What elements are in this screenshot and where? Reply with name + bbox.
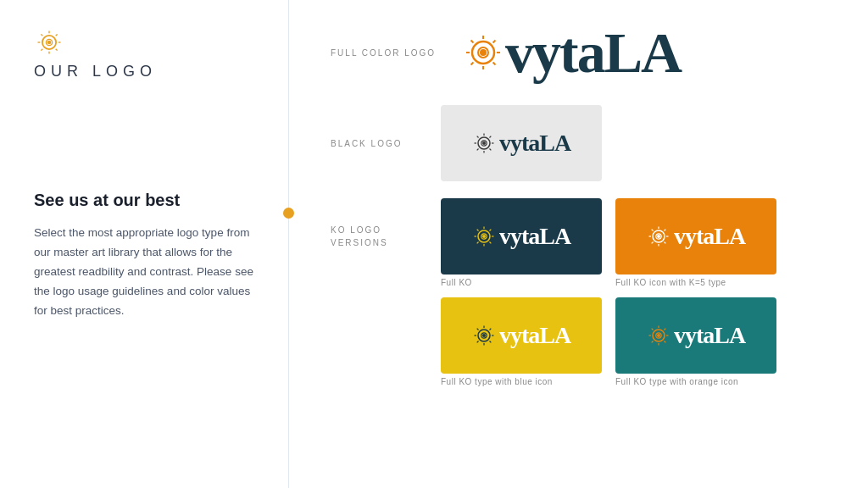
svg-line-61	[477, 329, 479, 330]
ko-teal-logo-box: vytaLA	[615, 297, 776, 374]
black-logo-icon	[472, 131, 496, 155]
right-panel: FULL COLOR LOGO vytaLA BLACK LOGO	[288, 0, 868, 488]
ko-teal-text: vytaLA	[674, 324, 745, 347]
black-logo-text: vytaLA	[499, 131, 570, 155]
svg-line-40	[489, 242, 491, 244]
svg-line-6	[41, 34, 42, 36]
full-color-icon	[461, 30, 505, 75]
svg-line-75	[652, 341, 654, 343]
ko-orange-logo-box: vytaLA	[615, 198, 776, 274]
ko-yellow-logo: vytaLA	[472, 324, 570, 347]
ko-row-1-labels: Full KO Full KO icon with K=5 type	[441, 278, 776, 287]
ko-logos-grid: vytaLA	[441, 198, 776, 396]
svg-line-63	[489, 329, 491, 330]
svg-line-31	[477, 149, 479, 151]
svg-line-51	[664, 242, 665, 244]
svg-point-43	[482, 235, 486, 238]
ko-teal-logo: vytaLA	[647, 324, 745, 347]
svg-line-62	[489, 341, 491, 343]
ko-full-logo-box: vytaLA	[441, 198, 602, 274]
ko-yellow-text: vytaLA	[499, 324, 570, 347]
left-panel: OUR LOGO See us at our best Select the m…	[0, 0, 288, 488]
svg-line-52	[664, 230, 665, 231]
svg-line-28	[477, 136, 479, 138]
full-color-label: FULL COLOR LOGO	[331, 47, 436, 59]
svg-line-7	[56, 49, 58, 51]
full-color-logo-text: vytaLA	[505, 24, 681, 81]
svg-line-41	[489, 230, 491, 231]
svg-line-74	[664, 329, 665, 330]
svg-line-64	[477, 341, 479, 343]
svg-line-73	[664, 341, 665, 343]
full-color-logo-row: FULL COLOR LOGO vytaLA	[331, 24, 834, 81]
ko-logo-row: KO LOGO VERSIONS	[331, 198, 834, 396]
ko-yellow-logo-box: vytaLA	[441, 297, 602, 374]
black-logo-row: BLACK LOGO vytaLA	[331, 105, 834, 181]
section-title: OUR LOGO	[34, 63, 254, 80]
ko-row-1: vytaLA	[441, 198, 776, 274]
ko-orange-text: vytaLA	[674, 225, 745, 248]
svg-point-54	[657, 235, 660, 238]
svg-line-19	[493, 41, 496, 43]
ko-orange-icon-label: Full KO type with orange icon	[615, 377, 776, 386]
svg-line-29	[489, 149, 491, 151]
ko-full-text: vytaLA	[499, 225, 570, 248]
section-heading: See us at our best	[34, 191, 254, 210]
svg-line-30	[489, 136, 491, 138]
black-logo-box: vytaLA	[441, 105, 602, 181]
black-logo-label: BLACK LOGO	[331, 137, 415, 150]
ko-k5-label: Full KO icon with K=5 type	[615, 278, 776, 287]
brand-icon	[34, 27, 64, 58]
ko-logo-label: KO LOGO VERSIONS	[331, 198, 415, 249]
svg-line-17	[471, 41, 474, 43]
full-color-logo: vytaLA	[461, 24, 681, 81]
ko-orange-logo: vytaLA	[647, 225, 745, 248]
ko-full-label: Full KO	[441, 278, 602, 287]
ko-full-icon	[472, 225, 496, 248]
svg-line-18	[493, 63, 496, 65]
svg-line-8	[56, 34, 58, 36]
svg-point-76	[657, 334, 660, 337]
svg-line-39	[477, 230, 479, 231]
svg-line-20	[471, 63, 474, 65]
svg-line-53	[652, 242, 654, 244]
ko-blue-icon-label: Full KO type with blue icon	[441, 377, 602, 386]
svg-point-32	[482, 141, 486, 145]
ko-teal-icon	[647, 324, 670, 347]
ko-row-2-labels: Full KO type with blue icon Full KO type…	[441, 377, 776, 386]
ko-yellow-icon	[472, 324, 496, 347]
divider-line	[288, 0, 289, 488]
ko-full-logo: vytaLA	[472, 225, 570, 248]
svg-point-10	[47, 41, 52, 45]
black-logo: vytaLA	[472, 131, 570, 155]
ko-orange-icon	[647, 225, 670, 248]
section-body: Select the most appropriate logo type fr…	[34, 224, 254, 321]
svg-line-50	[652, 230, 654, 231]
svg-line-9	[41, 49, 42, 51]
ko-row-2: vytaLA	[441, 297, 776, 374]
svg-point-65	[482, 334, 486, 337]
svg-line-42	[477, 242, 479, 244]
svg-point-21	[480, 49, 487, 56]
svg-line-72	[652, 329, 654, 330]
divider-dot	[283, 208, 294, 219]
